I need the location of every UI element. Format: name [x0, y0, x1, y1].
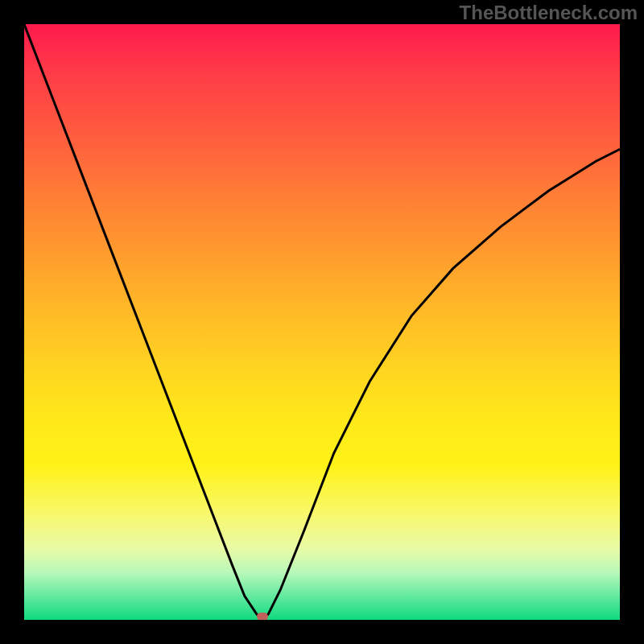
- chart-frame: TheBottleneck.com: [0, 0, 644, 644]
- plot-area: [24, 24, 620, 620]
- watermark-text: TheBottleneck.com: [460, 2, 638, 24]
- bottleneck-curve: [24, 24, 620, 620]
- minimum-marker: [257, 613, 268, 620]
- curve-svg: [24, 24, 620, 620]
